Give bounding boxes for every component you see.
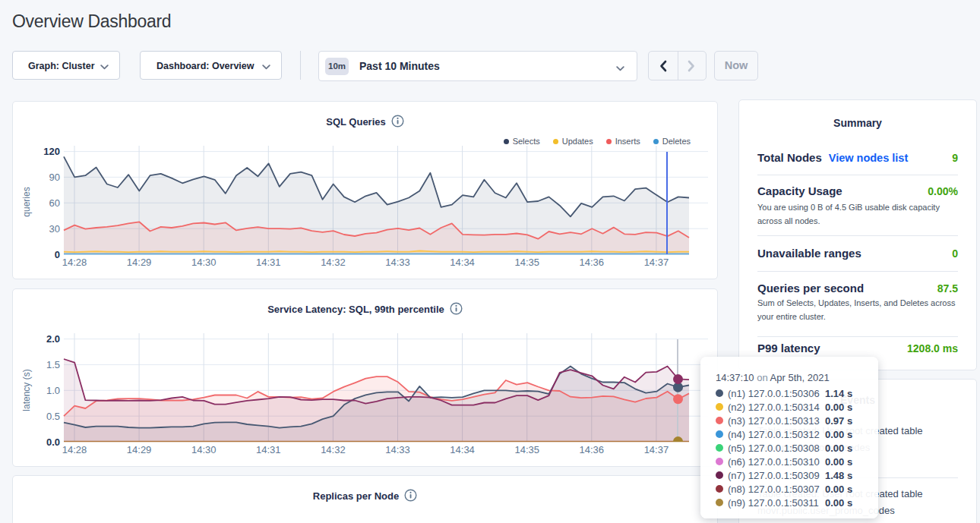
svg-text:14:32: 14:32 (321, 444, 346, 455)
svg-text:14:36: 14:36 (580, 444, 605, 455)
svg-text:14:34: 14:34 (450, 257, 475, 268)
svg-text:2.0: 2.0 (46, 333, 60, 345)
svg-text:14:31: 14:31 (256, 257, 281, 268)
svg-text:14:31: 14:31 (256, 444, 281, 455)
svg-text:14:33: 14:33 (385, 257, 410, 268)
svg-text:30: 30 (49, 223, 60, 235)
svg-text:14:35: 14:35 (514, 257, 539, 268)
svg-text:14:33: 14:33 (385, 444, 410, 455)
svg-text:14:36: 14:36 (580, 257, 605, 268)
svg-text:14:30: 14:30 (191, 257, 217, 268)
svg-text:queries: queries (21, 187, 32, 216)
svg-text:14:34: 14:34 (450, 444, 475, 455)
svg-text:14:28: 14:28 (62, 257, 87, 268)
svg-text:1.5: 1.5 (46, 359, 60, 370)
svg-text:14:29: 14:29 (127, 444, 152, 455)
svg-text:90: 90 (49, 172, 60, 183)
svg-text:0: 0 (55, 249, 60, 260)
svg-text:14:30: 14:30 (191, 444, 217, 455)
svg-text:14:37: 14:37 (644, 257, 669, 268)
svg-text:14:37: 14:37 (644, 444, 669, 455)
svg-text:120: 120 (43, 146, 60, 157)
svg-text:latency (s): latency (s) (21, 369, 32, 411)
svg-text:14:32: 14:32 (321, 257, 346, 268)
svg-text:0.0: 0.0 (46, 436, 60, 448)
svg-text:14:29: 14:29 (127, 257, 152, 268)
svg-text:14:28: 14:28 (62, 444, 87, 455)
svg-text:1.0: 1.0 (46, 385, 60, 396)
svg-text:60: 60 (49, 197, 60, 209)
svg-text:0.5: 0.5 (46, 411, 60, 422)
svg-text:14:35: 14:35 (514, 444, 539, 455)
